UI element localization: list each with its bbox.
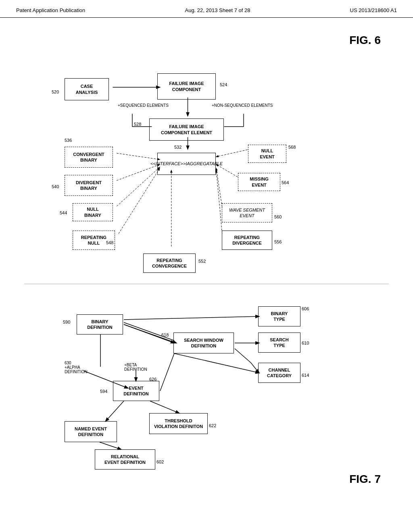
svg-line-14 bbox=[216, 168, 222, 207]
repeating-divergence-box: REPEATINGDIVERGENCE bbox=[222, 231, 272, 250]
case-analysis-box: CASEANALYSIS bbox=[65, 78, 109, 100]
fig6-label: FIG. 6 bbox=[349, 34, 381, 47]
label-626: 626 bbox=[149, 377, 156, 382]
label-556: 556 bbox=[274, 239, 282, 244]
svg-line-29 bbox=[100, 442, 121, 449]
label-560: 560 bbox=[274, 214, 282, 219]
convergent-binary-box: CONVERGENTBINARY bbox=[65, 147, 113, 168]
svg-line-21 bbox=[251, 363, 259, 373]
beta-definition-label: +BETADEFINITION bbox=[124, 363, 147, 372]
label-594: 594 bbox=[100, 389, 107, 394]
search-type-box: SEARCHTYPE bbox=[258, 332, 300, 353]
label-622: 622 bbox=[209, 423, 216, 428]
fig6-diagram: FIG. 6 CASEANALYSIS 520 FAILURE IMAGECOM… bbox=[24, 30, 389, 280]
svg-line-10 bbox=[119, 168, 160, 234]
svg-line-9 bbox=[117, 167, 160, 206]
label-564: 564 bbox=[282, 180, 289, 185]
null-event-box: NULLEVENT bbox=[248, 145, 286, 163]
svg-line-17 bbox=[124, 316, 259, 320]
label-602: 602 bbox=[156, 459, 164, 464]
svg-line-7 bbox=[117, 153, 160, 160]
label-590: 590 bbox=[63, 320, 70, 324]
alpha-definition-label: 630+ALPHADEFINITION bbox=[65, 361, 88, 374]
svg-line-27 bbox=[106, 401, 124, 421]
label-536: 536 bbox=[65, 138, 72, 143]
binary-definition-box: BINARYDEFINITION bbox=[77, 314, 123, 335]
section-divider bbox=[24, 284, 389, 284]
non-sequenced-elements-label: +NON-SEQUENCED ELEMENTS bbox=[212, 103, 273, 108]
label-520: 520 bbox=[52, 89, 59, 94]
threshold-violation-box: THRESHOLDVIOLATION DEFINITON bbox=[149, 413, 208, 434]
failure-image-component-element-box: FAILURE IMAGECOMPONENT ELEMENT bbox=[149, 118, 224, 141]
svg-line-8 bbox=[117, 164, 160, 181]
search-window-definition-box: SEARCH WINDOWDEFINITION bbox=[173, 332, 234, 353]
repeating-convergence-box: REPEATINGCONVERGENCE bbox=[143, 254, 196, 273]
label-552: 552 bbox=[198, 259, 206, 264]
header-center: Aug. 22, 2013 Sheet 7 of 28 bbox=[185, 7, 250, 13]
label-610: 610 bbox=[302, 341, 309, 345]
svg-line-26 bbox=[174, 353, 259, 373]
header-left: Patent Application Publication bbox=[16, 7, 85, 13]
label-618: 618 bbox=[161, 332, 169, 337]
relational-event-definition-box: RELATIONALEVENT DEFINITION bbox=[95, 449, 155, 470]
label-548: 548 bbox=[106, 240, 113, 245]
fig7-diagram: FIG. 7 BINARYDEFINITION 590 BINARYTYPE 6… bbox=[24, 292, 389, 494]
main-content: FIG. 6 CASEANALYSIS 520 FAILURE IMAGECOM… bbox=[0, 18, 413, 506]
named-event-definition-box: NAMED EVENTDEFINITION bbox=[65, 421, 117, 442]
svg-line-30 bbox=[124, 322, 174, 341]
null-binary-box: NULLBINARY bbox=[73, 203, 113, 221]
label-532: 532 bbox=[174, 145, 181, 150]
label-524: 524 bbox=[220, 82, 264, 87]
channel-category-box: CHANNELCATEGORY bbox=[258, 363, 300, 383]
missing-event-box: MISSINGEVENT bbox=[238, 173, 280, 191]
svg-line-28 bbox=[150, 401, 179, 413]
event-definition-box: EVENTDEFINITION bbox=[113, 381, 159, 401]
interface-box: <<INTERFACE>>IAGGREGATABLE bbox=[157, 153, 216, 175]
svg-line-12 bbox=[216, 150, 248, 156]
label-544: 544 bbox=[60, 210, 67, 215]
svg-line-25 bbox=[160, 353, 174, 391]
binary-type-box: BINARYTYPE bbox=[258, 306, 300, 326]
failure-image-component-box: FAILURE IMAGECOMPONENT bbox=[157, 73, 216, 100]
label-540: 540 bbox=[52, 184, 59, 189]
header-right: US 2013/218600 A1 bbox=[350, 7, 397, 13]
label-528: 528 bbox=[134, 122, 141, 127]
svg-line-15 bbox=[216, 170, 222, 234]
sequenced-elements-label: +SEQUENCED ELEMENTS bbox=[118, 103, 169, 108]
fig7-label: FIG. 7 bbox=[349, 473, 381, 486]
svg-line-20 bbox=[235, 349, 251, 363]
page-header: Patent Application Publication Aug. 22, … bbox=[0, 0, 413, 18]
wave-segment-event-box: WAVE SEGMENTEVENT bbox=[222, 203, 272, 222]
label-568: 568 bbox=[288, 145, 296, 150]
label-606: 606 bbox=[302, 306, 309, 311]
divergent-binary-box: DIVERGENTBINARY bbox=[65, 175, 113, 196]
label-614: 614 bbox=[302, 373, 309, 378]
